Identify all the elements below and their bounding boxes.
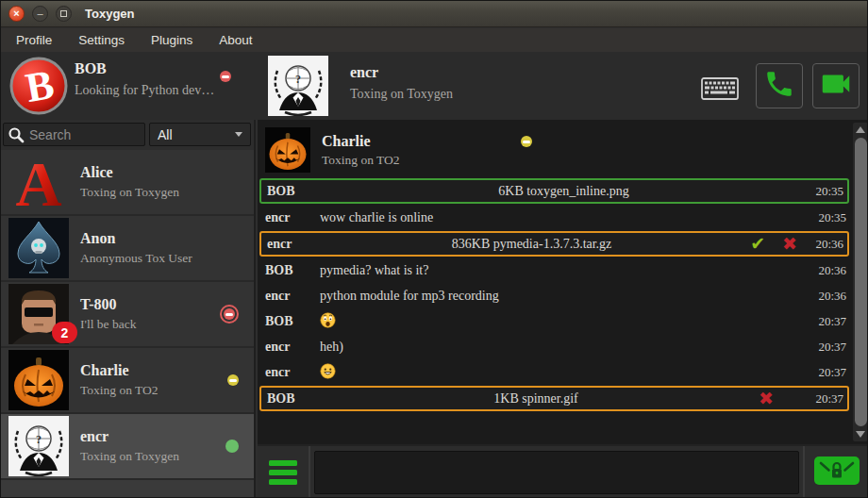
message-sender: BOB	[267, 391, 322, 407]
cancel-file-button[interactable]: ✖	[750, 390, 806, 407]
sidebar-filler	[1, 480, 254, 498]
unread-count-badge: 2	[52, 322, 77, 343]
menu-profile[interactable]: Profile	[3, 30, 65, 50]
titlebar: × – Toxygen	[1, 1, 867, 27]
maximize-button[interactable]	[56, 6, 72, 22]
text-message-row: encr python module for mp3 recording 20:…	[258, 283, 851, 308]
chat-contact-name: Charlie	[322, 133, 400, 150]
emoji-message-row: BOB 20:37	[258, 308, 851, 334]
avatar-charlie	[8, 350, 69, 410]
friend-header-status-message: Toxing on Toxygen	[350, 87, 453, 102]
message-input[interactable]	[314, 451, 799, 494]
self-profile[interactable]: B BOB Looking for Python dev…	[1, 52, 256, 120]
friend-item-anon[interactable]: Anon Anonymous Tox User	[1, 216, 254, 282]
file-transfer-row: BOB 1KB spinner.gif ✖ 20:37	[259, 386, 849, 411]
maximize-icon	[60, 10, 67, 17]
message-list: Charlie Toxing on TO2 BOB 6KB toxygen_in…	[258, 123, 851, 444]
sidebar: All A Alice Toxing on Toxygen	[1, 120, 256, 498]
friend-item-encr[interactable]: ? encr Toxing on Toxygen	[1, 414, 254, 480]
friend-item-charlie[interactable]: Charlie Toxing on TO2	[1, 348, 254, 414]
busy-status-icon	[220, 71, 231, 82]
avatar-encr: ?	[8, 416, 69, 476]
text-message-row: BOB pymedia? what is it? 20:36	[258, 257, 851, 283]
friend-status-message: Toxing on TO2	[80, 383, 216, 398]
header: B BOB Looking for Python dev… ?	[1, 52, 868, 120]
message-sender: encr	[267, 237, 322, 252]
composer-bar	[258, 444, 868, 498]
self-avatar[interactable]: B	[8, 56, 69, 116]
toxygen-window: × – Toxygen Profile Settings Plugins Abo…	[0, 0, 868, 498]
message-time: 20:35	[806, 184, 843, 199]
friend-name: Charlie	[80, 362, 216, 379]
scrollbar-thumb[interactable]	[855, 138, 867, 426]
contact-filter-dropdown[interactable]: All	[149, 123, 251, 146]
scroll-up-arrow[interactable]	[853, 123, 868, 137]
file-transfer-row: encr 836KB pymedia-1.3.7.3.tar.gz ✔ ✖ 20…	[259, 231, 849, 257]
send-message-button[interactable]	[814, 456, 860, 489]
message-time: 20:37	[809, 340, 846, 355]
friend-name: Alice	[80, 164, 239, 181]
menu-settings[interactable]: Settings	[65, 30, 138, 50]
window-title: Toxygen	[85, 7, 135, 21]
friend-item-t800[interactable]: 2 T-800 I'll be back	[1, 282, 254, 348]
accept-file-button[interactable]: ✔	[742, 235, 774, 253]
svg-text:?: ?	[295, 73, 301, 86]
filter-value: All	[158, 127, 173, 142]
message-text: wow charlie is online	[320, 210, 809, 225]
message-sender: BOB	[267, 184, 322, 199]
chat-menu-button[interactable]	[258, 446, 310, 498]
friend-item-alice[interactable]: A Alice Toxing on Toxygen	[1, 150, 254, 216]
busy-status-ringed-icon	[220, 305, 239, 324]
chat-scrollbar[interactable]	[853, 123, 868, 441]
avatar-anon	[8, 218, 69, 278]
message-time: 20:37	[809, 314, 846, 329]
friend-avatar-encr: ?	[268, 56, 328, 116]
svg-text:?: ?	[36, 433, 42, 446]
menu-about[interactable]: About	[206, 30, 265, 50]
avatar-alice: A	[8, 152, 69, 212]
minimize-button[interactable]: –	[32, 6, 48, 22]
file-name: 1KB spinner.gif	[322, 391, 750, 407]
menu-plugins[interactable]: Plugins	[138, 30, 206, 50]
friend-status-message: Anonymous Tox User	[80, 251, 239, 266]
message-time: 20:36	[809, 289, 846, 304]
file-name: 836KB pymedia-1.3.7.3.tar.gz	[322, 237, 742, 252]
contact-info-message: Charlie Toxing on TO2	[258, 123, 851, 177]
message-text: heh)	[320, 340, 809, 355]
text-message-row: encr heh) 20:37	[258, 334, 851, 359]
online-status-icon	[225, 440, 239, 453]
scroll-down-arrow[interactable]	[853, 427, 868, 441]
audio-call-button[interactable]	[756, 63, 803, 108]
friend-header-name: encr	[350, 64, 378, 81]
video-camera-icon	[818, 66, 854, 106]
message-sender: BOB	[265, 314, 320, 329]
message-text: python module for mp3 recording	[320, 289, 809, 304]
file-name: 6KB toxygen_inline.png	[322, 184, 806, 199]
message-time: 20:36	[809, 263, 846, 278]
friend-status-message: Toxing on Toxygen	[80, 449, 214, 464]
chat-area: Charlie Toxing on TO2 BOB 6KB toxygen_in…	[258, 120, 868, 444]
message-sender: BOB	[265, 263, 320, 278]
message-time: 20:36	[806, 237, 843, 252]
message-text: pymedia? what is it?	[320, 263, 809, 278]
encrypted-send-icon	[814, 456, 860, 485]
friend-status-message: Toxing on Toxygen	[80, 185, 239, 200]
away-status-icon	[521, 136, 532, 147]
menubar: Profile Settings Plugins About	[1, 28, 867, 52]
message-sender: encr	[265, 365, 320, 380]
search-row: All	[1, 120, 254, 150]
active-friend-header: ? encr Toxing on Toxygen	[256, 52, 868, 120]
close-button[interactable]: ×	[8, 6, 25, 22]
message-sender: encr	[265, 340, 320, 355]
video-call-button[interactable]	[812, 63, 860, 108]
friend-name: Anon	[80, 230, 239, 247]
friend-status-message: I'll be back	[80, 317, 209, 332]
message-sender: encr	[265, 289, 320, 304]
friend-name: encr	[80, 428, 214, 445]
decline-file-button[interactable]: ✖	[774, 235, 806, 253]
message-sender: encr	[265, 210, 320, 225]
friend-name: T-800	[80, 296, 209, 313]
chat-contact-status-message: Toxing on TO2	[322, 153, 400, 168]
keyboard-icon[interactable]	[701, 76, 739, 101]
phone-icon	[763, 68, 795, 104]
